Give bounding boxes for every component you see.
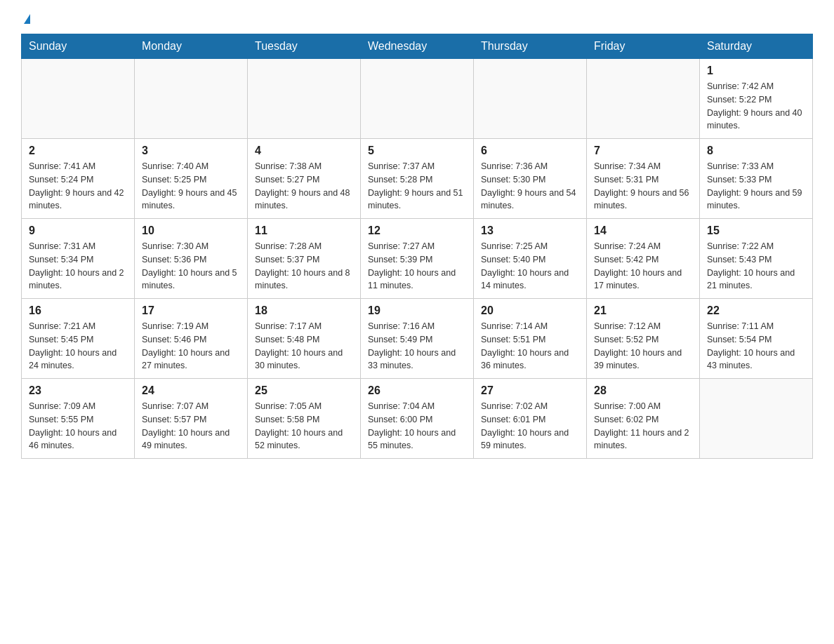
calendar-cell: 6Sunrise: 7:36 AM Sunset: 5:30 PM Daylig…: [474, 139, 587, 219]
logo-triangle-icon: [24, 14, 30, 24]
calendar-cell: 18Sunrise: 7:17 AM Sunset: 5:48 PM Dayli…: [248, 299, 361, 379]
day-number: 9: [29, 224, 127, 237]
day-info: Sunrise: 7:42 AM Sunset: 5:22 PM Dayligh…: [707, 80, 805, 133]
day-info: Sunrise: 7:14 AM Sunset: 5:51 PM Dayligh…: [481, 320, 579, 373]
calendar-cell: [361, 59, 474, 139]
calendar-week-row: 9Sunrise: 7:31 AM Sunset: 5:34 PM Daylig…: [22, 219, 813, 299]
day-number: 6: [481, 145, 579, 157]
calendar-cell: 5Sunrise: 7:37 AM Sunset: 5:28 PM Daylig…: [361, 139, 474, 219]
weekday-header-friday: Friday: [587, 34, 700, 59]
page-header: [21, 14, 813, 27]
day-number: 4: [255, 145, 353, 157]
day-info: Sunrise: 7:00 AM Sunset: 6:02 PM Dayligh…: [594, 400, 692, 452]
weekday-header-monday: Monday: [135, 34, 248, 59]
calendar-cell: 17Sunrise: 7:19 AM Sunset: 5:46 PM Dayli…: [135, 299, 248, 379]
day-number: 22: [707, 304, 805, 317]
day-info: Sunrise: 7:25 AM Sunset: 5:40 PM Dayligh…: [481, 240, 579, 293]
day-info: Sunrise: 7:07 AM Sunset: 5:57 PM Dayligh…: [142, 400, 240, 452]
calendar-cell: 26Sunrise: 7:04 AM Sunset: 6:00 PM Dayli…: [361, 379, 474, 459]
calendar-cell: 3Sunrise: 7:40 AM Sunset: 5:25 PM Daylig…: [135, 139, 248, 219]
day-number: 8: [707, 145, 805, 157]
day-info: Sunrise: 7:11 AM Sunset: 5:54 PM Dayligh…: [707, 320, 805, 373]
day-info: Sunrise: 7:24 AM Sunset: 5:42 PM Dayligh…: [594, 240, 692, 293]
day-number: 11: [255, 224, 353, 237]
day-number: 5: [368, 145, 466, 157]
day-number: 12: [368, 224, 466, 237]
calendar-cell: 25Sunrise: 7:05 AM Sunset: 5:58 PM Dayli…: [248, 379, 361, 459]
calendar-cell: [248, 59, 361, 139]
calendar-week-row: 1Sunrise: 7:42 AM Sunset: 5:22 PM Daylig…: [22, 59, 813, 139]
day-number: 16: [29, 304, 127, 317]
day-info: Sunrise: 7:05 AM Sunset: 5:58 PM Dayligh…: [255, 400, 353, 452]
day-number: 23: [29, 384, 127, 397]
calendar-cell: 28Sunrise: 7:00 AM Sunset: 6:02 PM Dayli…: [587, 379, 700, 459]
day-info: Sunrise: 7:31 AM Sunset: 5:34 PM Dayligh…: [29, 240, 127, 293]
weekday-header-row: SundayMondayTuesdayWednesdayThursdayFrid…: [22, 34, 813, 59]
calendar-cell: 14Sunrise: 7:24 AM Sunset: 5:42 PM Dayli…: [587, 219, 700, 299]
calendar-cell: 15Sunrise: 7:22 AM Sunset: 5:43 PM Dayli…: [700, 219, 813, 299]
calendar-cell: [22, 59, 135, 139]
calendar-cell: 8Sunrise: 7:33 AM Sunset: 5:33 PM Daylig…: [700, 139, 813, 219]
weekday-header-tuesday: Tuesday: [248, 34, 361, 59]
day-info: Sunrise: 7:37 AM Sunset: 5:28 PM Dayligh…: [368, 160, 466, 213]
day-number: 27: [481, 384, 579, 397]
calendar-week-row: 16Sunrise: 7:21 AM Sunset: 5:45 PM Dayli…: [22, 299, 813, 379]
day-number: 2: [29, 145, 127, 157]
calendar-cell: 4Sunrise: 7:38 AM Sunset: 5:27 PM Daylig…: [248, 139, 361, 219]
day-number: 10: [142, 224, 240, 237]
logo: [21, 14, 30, 27]
calendar-cell: [587, 59, 700, 139]
day-info: Sunrise: 7:22 AM Sunset: 5:43 PM Dayligh…: [707, 240, 805, 293]
day-number: 13: [481, 224, 579, 237]
day-number: 28: [594, 384, 692, 397]
calendar-cell: 20Sunrise: 7:14 AM Sunset: 5:51 PM Dayli…: [474, 299, 587, 379]
day-number: 3: [142, 145, 240, 157]
day-number: 17: [142, 304, 240, 317]
day-info: Sunrise: 7:33 AM Sunset: 5:33 PM Dayligh…: [707, 160, 805, 213]
day-info: Sunrise: 7:41 AM Sunset: 5:24 PM Dayligh…: [29, 160, 127, 213]
day-info: Sunrise: 7:36 AM Sunset: 5:30 PM Dayligh…: [481, 160, 579, 213]
calendar-cell: [474, 59, 587, 139]
calendar-cell: 7Sunrise: 7:34 AM Sunset: 5:31 PM Daylig…: [587, 139, 700, 219]
day-info: Sunrise: 7:30 AM Sunset: 5:36 PM Dayligh…: [142, 240, 240, 293]
day-number: 24: [142, 384, 240, 397]
calendar-cell: 16Sunrise: 7:21 AM Sunset: 5:45 PM Dayli…: [22, 299, 135, 379]
weekday-header-thursday: Thursday: [474, 34, 587, 59]
day-info: Sunrise: 7:21 AM Sunset: 5:45 PM Dayligh…: [29, 320, 127, 373]
day-number: 19: [368, 304, 466, 317]
calendar-week-row: 23Sunrise: 7:09 AM Sunset: 5:55 PM Dayli…: [22, 379, 813, 459]
day-info: Sunrise: 7:12 AM Sunset: 5:52 PM Dayligh…: [594, 320, 692, 373]
day-number: 18: [255, 304, 353, 317]
day-info: Sunrise: 7:02 AM Sunset: 6:01 PM Dayligh…: [481, 400, 579, 452]
calendar-cell: 2Sunrise: 7:41 AM Sunset: 5:24 PM Daylig…: [22, 139, 135, 219]
day-info: Sunrise: 7:40 AM Sunset: 5:25 PM Dayligh…: [142, 160, 240, 213]
calendar-cell: 27Sunrise: 7:02 AM Sunset: 6:01 PM Dayli…: [474, 379, 587, 459]
calendar-cell: 19Sunrise: 7:16 AM Sunset: 5:49 PM Dayli…: [361, 299, 474, 379]
day-number: 1: [707, 65, 805, 77]
calendar-cell: 23Sunrise: 7:09 AM Sunset: 5:55 PM Dayli…: [22, 379, 135, 459]
day-info: Sunrise: 7:34 AM Sunset: 5:31 PM Dayligh…: [594, 160, 692, 213]
calendar-cell: 10Sunrise: 7:30 AM Sunset: 5:36 PM Dayli…: [135, 219, 248, 299]
calendar-table: SundayMondayTuesdayWednesdayThursdayFrid…: [21, 34, 813, 459]
day-number: 15: [707, 224, 805, 237]
day-number: 21: [594, 304, 692, 317]
day-info: Sunrise: 7:19 AM Sunset: 5:46 PM Dayligh…: [142, 320, 240, 373]
calendar-cell: 24Sunrise: 7:07 AM Sunset: 5:57 PM Dayli…: [135, 379, 248, 459]
calendar-cell: [700, 379, 813, 459]
day-number: 25: [255, 384, 353, 397]
calendar-cell: 13Sunrise: 7:25 AM Sunset: 5:40 PM Dayli…: [474, 219, 587, 299]
day-number: 7: [594, 145, 692, 157]
calendar-cell: 21Sunrise: 7:12 AM Sunset: 5:52 PM Dayli…: [587, 299, 700, 379]
day-info: Sunrise: 7:09 AM Sunset: 5:55 PM Dayligh…: [29, 400, 127, 452]
calendar-cell: 1Sunrise: 7:42 AM Sunset: 5:22 PM Daylig…: [700, 59, 813, 139]
day-info: Sunrise: 7:27 AM Sunset: 5:39 PM Dayligh…: [368, 240, 466, 293]
weekday-header-wednesday: Wednesday: [361, 34, 474, 59]
weekday-header-sunday: Sunday: [22, 34, 135, 59]
calendar-cell: 11Sunrise: 7:28 AM Sunset: 5:37 PM Dayli…: [248, 219, 361, 299]
day-info: Sunrise: 7:04 AM Sunset: 6:00 PM Dayligh…: [368, 400, 466, 452]
day-info: Sunrise: 7:38 AM Sunset: 5:27 PM Dayligh…: [255, 160, 353, 213]
day-info: Sunrise: 7:16 AM Sunset: 5:49 PM Dayligh…: [368, 320, 466, 373]
day-number: 26: [368, 384, 466, 397]
day-number: 20: [481, 304, 579, 317]
day-info: Sunrise: 7:17 AM Sunset: 5:48 PM Dayligh…: [255, 320, 353, 373]
